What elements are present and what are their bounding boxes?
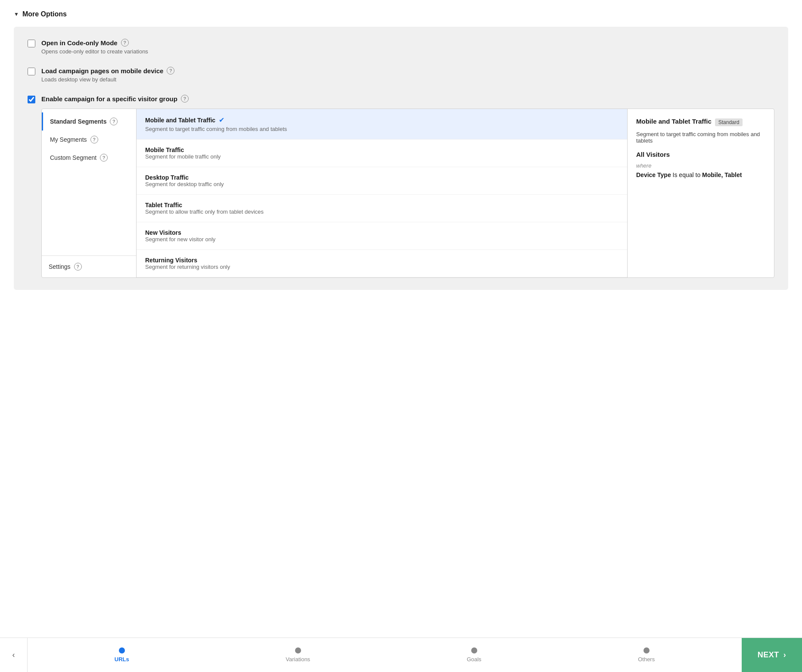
custom-segment-help-icon[interactable]: ? xyxy=(100,154,108,162)
tab-goals[interactable]: Goals xyxy=(467,647,482,663)
settings-label: Settings xyxy=(49,263,71,270)
options-container: Open in Code-only Mode ? Opens code-only… xyxy=(14,27,788,290)
segment-item-returning-visitors[interactable]: Returning Visitors Segment for returning… xyxy=(137,250,627,277)
visitor-group-label: Enable campaign for a specific visitor g… xyxy=(41,95,774,103)
segment-item-desktop[interactable]: Desktop Traffic Segment for desktop traf… xyxy=(137,167,627,195)
segment-detail-panel: Mobile and Tablet Traffic Standard Segme… xyxy=(628,109,774,277)
next-button[interactable]: NEXT › xyxy=(742,638,802,672)
segment-tablet-title: Tablet Traffic xyxy=(145,202,619,208)
standard-segments-label: Standard Segments xyxy=(50,118,106,125)
segment-mobile-desc: Segment for mobile traffic only xyxy=(145,153,619,160)
segment-item-mobile[interactable]: Mobile Traffic Segment for mobile traffi… xyxy=(137,140,627,167)
bottom-nav-bar: ‹ URLs Variations Goals Others NEXT › xyxy=(0,638,802,672)
segment-desktop-desc: Segment for desktop traffic only xyxy=(145,181,619,187)
code-only-option-row: Open in Code-only Mode ? Opens code-only… xyxy=(28,39,774,55)
segment-tablet-desc: Segment to allow traffic only from table… xyxy=(145,208,619,215)
settings-help-icon[interactable]: ? xyxy=(74,263,82,271)
tab-variations-dot xyxy=(295,647,301,653)
segment-desktop-title: Desktop Traffic xyxy=(145,174,619,181)
mobile-campaign-checkbox-wrapper[interactable] xyxy=(28,68,36,76)
segment-item-new-visitors[interactable]: New Visitors Segment for new visitor onl… xyxy=(137,222,627,250)
segment-detail-title-row: Mobile and Tablet Traffic Standard xyxy=(636,118,765,127)
visitor-group-label-text: Enable campaign for a specific visitor g… xyxy=(41,95,177,103)
code-only-help-icon[interactable]: ? xyxy=(121,39,129,47)
back-arrow-icon: ‹ xyxy=(12,650,15,660)
condition-op: Is equal to xyxy=(673,171,703,178)
segment-new-visitors-title: New Visitors xyxy=(145,229,619,236)
settings-item[interactable]: Settings ? xyxy=(49,263,129,271)
tab-others[interactable]: Others xyxy=(638,647,655,663)
next-arrow-icon: › xyxy=(783,650,786,660)
nav-item-my-segments[interactable]: My Segments ? xyxy=(42,131,136,149)
segment-mobile-tablet-check-icon: ✔ xyxy=(219,116,224,124)
segment-returning-visitors-desc: Segment for returning visitors only xyxy=(145,264,619,270)
condition-val: Mobile, Tablet xyxy=(702,171,742,178)
segment-item-mobile-tablet[interactable]: Mobile and Tablet Traffic ✔ Segment to t… xyxy=(137,109,627,140)
code-only-checkbox-wrapper[interactable] xyxy=(28,40,36,48)
tab-urls[interactable]: URLs xyxy=(115,647,129,663)
my-segments-help-icon[interactable]: ? xyxy=(90,136,98,143)
code-only-description: Opens code-only editor to create variati… xyxy=(41,48,774,55)
mobile-campaign-label-text: Load campaign pages on mobile device xyxy=(41,67,163,75)
tab-others-dot xyxy=(643,647,650,653)
code-only-checkbox[interactable] xyxy=(28,40,35,47)
visitor-group-checkbox-wrapper[interactable] xyxy=(28,96,36,104)
segments-left-footer: Settings ? xyxy=(42,255,136,277)
next-label: NEXT xyxy=(758,650,779,660)
nav-tabs: URLs Variations Goals Others xyxy=(28,647,742,663)
mobile-campaign-description: Loads desktop view by default xyxy=(41,76,774,83)
nav-item-custom-segment[interactable]: Custom Segment ? xyxy=(42,149,136,167)
segment-mobile-title: Mobile Traffic xyxy=(145,146,619,153)
tab-urls-dot xyxy=(119,647,125,653)
segment-detail-visitors: All Visitors xyxy=(636,151,765,158)
more-options-title: More Options xyxy=(22,10,67,18)
mobile-campaign-label: Load campaign pages on mobile device ? xyxy=(41,67,774,75)
custom-segment-label: Custom Segment xyxy=(50,154,96,161)
segments-panel: Standard Segments ? My Segments ? Custom… xyxy=(41,109,774,278)
more-options-toggle[interactable]: ▼ More Options xyxy=(14,10,788,18)
segment-mobile-tablet-title: Mobile and Tablet Traffic xyxy=(145,117,215,124)
mobile-campaign-help-icon[interactable]: ? xyxy=(167,67,174,75)
segment-detail-description: Segment to target traffic coming from mo… xyxy=(636,131,765,144)
code-only-label: Open in Code-only Mode ? xyxy=(41,39,774,47)
segment-new-visitors-desc: Segment for new visitor only xyxy=(145,236,619,243)
segment-detail-where: where xyxy=(636,162,765,169)
my-segments-label: My Segments xyxy=(50,136,87,143)
tab-goals-label: Goals xyxy=(467,656,482,663)
code-only-option-text: Open in Code-only Mode ? Opens code-only… xyxy=(41,39,774,55)
standard-segments-help-icon[interactable]: ? xyxy=(110,118,118,125)
visitor-group-option-row: Enable campaign for a specific visitor g… xyxy=(28,95,774,278)
segment-returning-visitors-title: Returning Visitors xyxy=(145,257,619,264)
segment-item-tablet[interactable]: Tablet Traffic Segment to allow traffic … xyxy=(137,195,627,222)
segments-nav-items: Standard Segments ? My Segments ? Custom… xyxy=(42,109,136,170)
tab-others-label: Others xyxy=(638,656,655,663)
segment-standard-badge: Standard xyxy=(715,118,743,126)
tab-variations[interactable]: Variations xyxy=(286,647,310,663)
condition-key: Device Type xyxy=(636,171,671,178)
back-button[interactable]: ‹ xyxy=(0,638,28,672)
mobile-campaign-checkbox[interactable] xyxy=(28,68,35,75)
visitor-group-option-text: Enable campaign for a specific visitor g… xyxy=(41,95,774,278)
collapse-arrow-icon: ▼ xyxy=(14,11,19,17)
tab-variations-label: Variations xyxy=(286,656,310,663)
visitor-group-checkbox[interactable] xyxy=(28,96,35,103)
tab-goals-dot xyxy=(471,647,477,653)
segment-detail-condition: Device Type Is equal to Mobile, Tablet xyxy=(636,171,765,178)
segments-list: Mobile and Tablet Traffic ✔ Segment to t… xyxy=(137,109,628,277)
nav-item-standard-segments[interactable]: Standard Segments ? xyxy=(42,112,136,131)
tab-urls-label: URLs xyxy=(115,656,129,663)
segments-left-nav: Standard Segments ? My Segments ? Custom… xyxy=(42,109,137,277)
mobile-campaign-option-row: Load campaign pages on mobile device ? L… xyxy=(28,67,774,83)
segment-detail-title: Mobile and Tablet Traffic xyxy=(636,118,712,125)
code-only-label-text: Open in Code-only Mode xyxy=(41,39,118,47)
mobile-campaign-option-text: Load campaign pages on mobile device ? L… xyxy=(41,67,774,83)
visitor-group-help-icon[interactable]: ? xyxy=(181,95,189,103)
segment-mobile-tablet-desc: Segment to target traffic coming from mo… xyxy=(145,126,619,132)
